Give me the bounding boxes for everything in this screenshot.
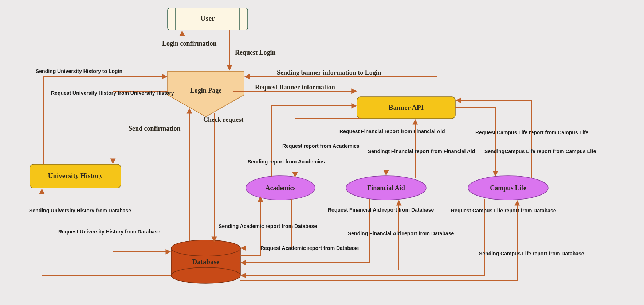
label-sending-acad: Sending report from Academics — [248, 159, 325, 165]
edge-request-banner — [233, 91, 356, 100]
user-label: User — [200, 14, 215, 22]
svg-point-12 — [171, 267, 240, 283]
database-label: Database — [192, 258, 220, 266]
edge-sending-uh-login — [44, 77, 167, 164]
label-sending-uh-db: Sending University History from Database — [29, 208, 131, 213]
financial-aid-node: Financial Aid — [346, 176, 426, 200]
campus-life-node: Campus Life — [468, 176, 548, 200]
label-sending-fin: Sendingt Financial report from Financial… — [368, 148, 475, 154]
diagram-canvas: User Login Page University History Banne… — [0, 0, 644, 305]
edge-sending-cl — [456, 100, 532, 178]
user-node: User — [168, 8, 248, 30]
label-request-acad-db: Request Academic report from Database — [260, 245, 359, 251]
academics-label: Academics — [266, 184, 296, 192]
edge-request-cl — [455, 108, 495, 176]
financial-aid-label: Financial Aid — [367, 184, 405, 192]
database-node: Database — [171, 240, 240, 283]
label-check-request: Check request — [203, 116, 243, 123]
label-request-banner: Request Banner information — [255, 84, 335, 91]
label-login-confirmation: Login confirmation — [162, 40, 217, 47]
label-request-login: Request Login — [235, 49, 276, 56]
label-sending-fin-db: Sending Financial Aid report from Databa… — [348, 231, 454, 236]
label-sending-acad-db: Sending Academic report from Database — [219, 223, 317, 229]
banner-api-label: Banner API — [389, 104, 424, 111]
university-history-label: University History — [48, 172, 103, 179]
edge-request-uh-db — [113, 188, 170, 252]
login-page-node: Login Page — [168, 71, 244, 117]
label-request-fin-db: Request Financial Aid report from Databa… — [328, 207, 434, 213]
label-send-confirmation: Send confirmation — [129, 125, 181, 132]
label-sending-banner: Sending banner information to Login — [277, 69, 381, 76]
login-page-label: Login Page — [190, 87, 222, 94]
university-history-node: University History — [30, 164, 121, 188]
banner-api-node: Banner API — [357, 97, 455, 119]
label-sending-cl: SendingCampus Life report from Campus Li… — [484, 148, 596, 154]
label-sending-cl-db: Sending Campus Life report from Database — [479, 251, 584, 256]
label-sending-uh-login: Sending University History to Login — [36, 68, 122, 74]
label-request-cl-db: Request Campus Life report from Database — [451, 208, 556, 213]
label-request-fin: Request Financial report from Financial … — [339, 128, 445, 134]
campus-life-label: Campus Life — [490, 184, 526, 192]
academics-node: Academics — [246, 176, 315, 200]
label-request-uh-db: Request University History from Database — [58, 229, 160, 235]
label-request-uh: Request University History from Universi… — [51, 90, 174, 96]
label-request-acad: Request report from Academics — [282, 143, 360, 149]
edge-sending-acad — [271, 106, 356, 177]
